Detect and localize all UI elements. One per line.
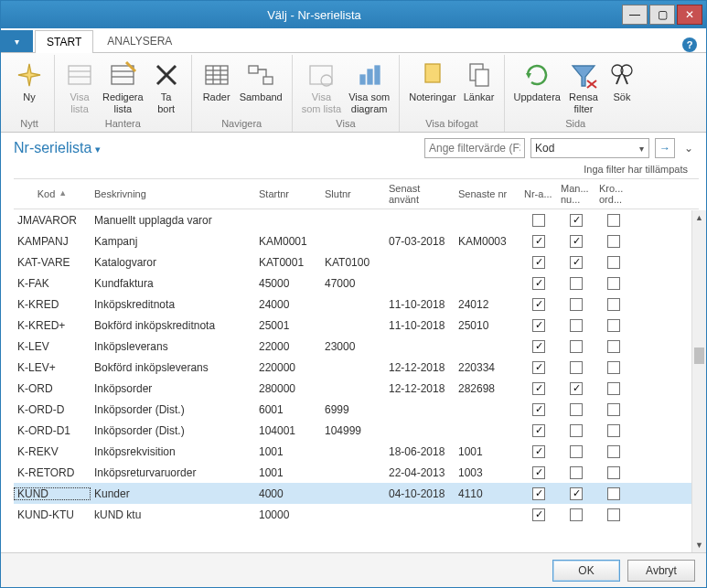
checkbox-nr-a[interactable] xyxy=(532,235,545,248)
checkbox-nr-a[interactable] xyxy=(532,382,545,395)
lankar-button[interactable]: Länkar xyxy=(460,59,498,105)
col-beskrivning[interactable]: Beskrivning xyxy=(91,187,255,201)
checkbox-kro-ord[interactable] xyxy=(607,487,620,500)
table-row[interactable]: K-LEVInköpsleverans2200023000 xyxy=(14,336,699,357)
uppdatera-button[interactable]: Uppdatera xyxy=(510,59,564,105)
col-senast-anvant[interactable]: Senast använt xyxy=(385,181,455,207)
col-slutnr[interactable]: Slutnr xyxy=(321,187,385,201)
checkbox-nr-a[interactable] xyxy=(532,508,545,521)
rader-button[interactable]: Rader xyxy=(198,59,236,105)
checkbox-man-nu[interactable] xyxy=(570,403,583,416)
checkbox-nr-a[interactable] xyxy=(532,214,545,227)
visa-som-diagram-button[interactable]: Visa som diagram xyxy=(345,59,393,116)
checkbox-nr-a[interactable] xyxy=(532,445,545,458)
checkbox-nr-a[interactable] xyxy=(532,466,545,479)
checkbox-man-nu[interactable] xyxy=(570,424,583,437)
checkbox-nr-a[interactable] xyxy=(532,340,545,353)
table-row[interactable]: K-KRED+Bokförd inköpskreditnota2500111-1… xyxy=(14,315,699,336)
ta-bort-button[interactable]: Ta bort xyxy=(147,59,186,116)
checkbox-kro-ord[interactable] xyxy=(607,466,620,479)
checkbox-kro-ord[interactable] xyxy=(607,445,620,458)
visa-lista-button[interactable]: Visa lista xyxy=(60,59,99,116)
table-row[interactable]: JMAVARORManuellt upplagda varor xyxy=(14,209,699,230)
table-row[interactable]: K-KREDInköpskreditnota2400011-10-2018240… xyxy=(14,294,699,315)
checkbox-kro-ord[interactable] xyxy=(607,214,620,227)
checkbox-nr-a[interactable] xyxy=(532,277,545,290)
col-kod[interactable]: Kod▲ xyxy=(14,187,91,201)
table-row[interactable]: KUNDKunder400004-10-20184110 xyxy=(14,483,699,504)
table-row[interactable]: K-LEV+Bokförd inköpsleverans22000012-12-… xyxy=(14,357,699,378)
help-icon[interactable]: ? xyxy=(682,37,697,52)
checkbox-nr-a[interactable] xyxy=(532,403,545,416)
checkbox-man-nu[interactable] xyxy=(570,277,583,290)
ok-button[interactable]: OK xyxy=(552,560,620,582)
checkbox-man-nu[interactable] xyxy=(570,340,583,353)
checkbox-kro-ord[interactable] xyxy=(607,508,620,521)
checkbox-man-nu[interactable] xyxy=(570,319,583,332)
checkbox-man-nu[interactable] xyxy=(570,361,583,374)
file-menu-button[interactable]: ▾ xyxy=(1,30,33,52)
checkbox-nr-a[interactable] xyxy=(532,424,545,437)
checkbox-nr-a[interactable] xyxy=(532,361,545,374)
sok-button[interactable]: Sök xyxy=(603,59,641,105)
redigera-lista-button[interactable]: Redigera lista xyxy=(99,59,147,116)
table-row[interactable]: KAMPANJKampanjKAM000107-03-2018KAM0003 xyxy=(14,230,699,251)
checkbox-man-nu[interactable] xyxy=(570,298,583,311)
maximize-button[interactable]: ▢ xyxy=(649,5,675,25)
checkbox-kro-ord[interactable] xyxy=(607,298,620,311)
checkbox-man-nu[interactable] xyxy=(570,508,583,521)
col-senaste-nr[interactable]: Senaste nr xyxy=(455,187,520,201)
checkbox-nr-a[interactable] xyxy=(532,298,545,311)
checkbox-nr-a[interactable] xyxy=(532,319,545,332)
checkbox-kro-ord[interactable] xyxy=(607,256,620,269)
checkbox-nr-a[interactable] xyxy=(532,487,545,500)
minimize-button[interactable]: — xyxy=(622,5,648,25)
checkbox-man-nu[interactable] xyxy=(570,214,583,227)
col-startnr[interactable]: Startnr xyxy=(255,187,321,201)
checkbox-kro-ord[interactable] xyxy=(607,235,620,248)
samband-button[interactable]: Samband xyxy=(236,59,286,105)
table-row[interactable]: K-ORD-D1Inköpsorder (Dist.)104001104999 xyxy=(14,420,699,441)
page-title[interactable]: Nr-serielista▾ xyxy=(14,140,101,156)
checkbox-kro-ord[interactable] xyxy=(607,340,620,353)
col-nr-a[interactable]: Nr-a... xyxy=(520,187,557,201)
avbryt-button[interactable]: Avbryt xyxy=(627,560,695,582)
expand-factbox-button[interactable]: ⌄ xyxy=(680,142,697,155)
visa-som-lista-button[interactable]: Visa som lista xyxy=(298,59,345,116)
checkbox-nr-a[interactable] xyxy=(532,256,545,269)
checkbox-man-nu[interactable] xyxy=(570,466,583,479)
col-man-nu[interactable]: Man... nu... xyxy=(557,181,595,207)
scroll-up-icon[interactable]: ▲ xyxy=(692,210,706,225)
filter-value-input[interactable] xyxy=(424,138,525,158)
table-row[interactable]: KAT-VAREKatalogvarorKAT0001KAT0100 xyxy=(14,251,699,273)
ny-button[interactable]: Ny xyxy=(10,59,48,105)
checkbox-kro-ord[interactable] xyxy=(607,424,620,437)
checkbox-kro-ord[interactable] xyxy=(607,403,620,416)
noteringar-button[interactable]: Noteringar xyxy=(405,59,459,105)
scroll-down-icon[interactable]: ▼ xyxy=(692,538,706,552)
tab-analysera[interactable]: ANALYSERA xyxy=(95,29,184,52)
checkbox-kro-ord[interactable] xyxy=(607,277,620,290)
table-row[interactable]: K-FAKKundfaktura4500047000 xyxy=(14,273,699,294)
checkbox-man-nu[interactable] xyxy=(570,235,583,248)
table-row[interactable]: KUND-KTUkUND ktu10000 xyxy=(14,504,699,525)
scroll-thumb[interactable] xyxy=(694,347,704,364)
checkbox-man-nu[interactable] xyxy=(570,256,583,269)
checkbox-man-nu[interactable] xyxy=(570,382,583,395)
checkbox-kro-ord[interactable] xyxy=(607,382,620,395)
col-kro-ord[interactable]: Kro... ord... xyxy=(595,181,632,207)
checkbox-man-nu[interactable] xyxy=(570,445,583,458)
table-row[interactable]: K-REKVInköpsrekvisition100118-06-2018100… xyxy=(14,441,699,462)
rensa-filter-button[interactable]: Rensa filter xyxy=(564,59,603,116)
filter-field-select[interactable]: Kod xyxy=(530,138,649,158)
checkbox-kro-ord[interactable] xyxy=(607,361,620,374)
vertical-scrollbar[interactable]: ▲ ▼ xyxy=(691,210,706,552)
checkbox-kro-ord[interactable] xyxy=(607,319,620,332)
checkbox-man-nu[interactable] xyxy=(570,487,583,500)
table-row[interactable]: K-ORD-DInköpsorder (Dist.)60016999 xyxy=(14,399,699,420)
tab-start[interactable]: START xyxy=(35,30,93,53)
table-row[interactable]: K-ORDInköpsorder28000012-12-2018282698 xyxy=(14,378,699,399)
table-row[interactable]: K-RETORDInköpsreturvaruorder100122-04-20… xyxy=(14,462,699,483)
close-button[interactable]: ✕ xyxy=(677,5,702,25)
apply-filter-button[interactable]: → xyxy=(655,138,675,158)
